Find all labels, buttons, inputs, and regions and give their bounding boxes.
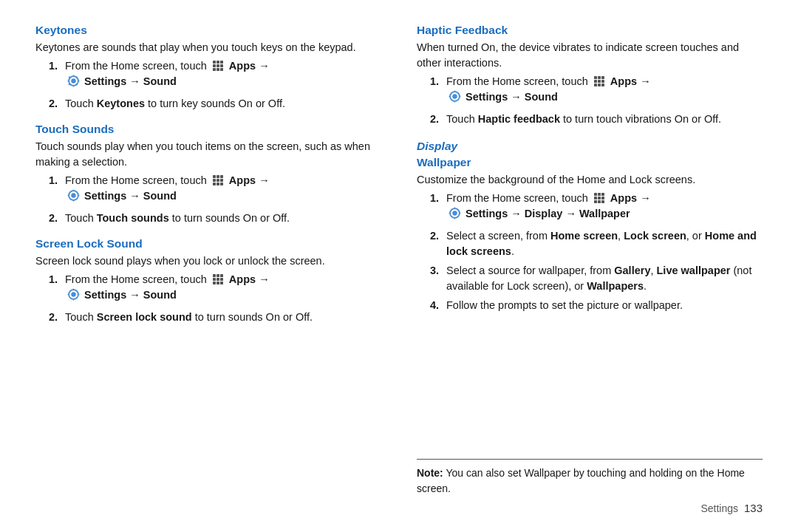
screen-lock-sound-steps: 1. From the Home screen, touch (49, 272, 381, 325)
haptic-feedback-step-1: 1. From the Home screen, touch (430, 74, 763, 108)
wallpaper-step-4: 4. Follow the prompts to set the picture… (430, 298, 763, 313)
wallpaper-steps: 1. From the Home screen, touch (430, 191, 763, 313)
wallpaper-body: Customize the background of the Home and… (417, 172, 763, 188)
screen-lock-sound-step-2: 2. Touch Screen lock sound to turn sound… (49, 310, 381, 325)
svg-rect-36 (220, 274, 223, 277)
display-title: Display (417, 140, 763, 153)
svg-rect-76 (454, 217, 455, 219)
svg-rect-12 (72, 85, 74, 87)
svg-rect-20 (216, 175, 219, 178)
footer-area: Note: You can also set Wallpaper by touc… (417, 440, 763, 496)
svg-rect-19 (213, 175, 216, 178)
right-column: Haptic Feedback When turned On, the devi… (417, 24, 763, 496)
content-columns: Keytones Keytones are sounds that play w… (35, 24, 763, 496)
screen-lock-sound-body: Screen lock sound plays when you lock or… (35, 253, 381, 269)
svg-rect-5 (220, 64, 223, 67)
keytones-title: Keytones (35, 24, 381, 37)
svg-rect-66 (601, 193, 604, 196)
svg-rect-38 (216, 278, 219, 281)
svg-rect-48 (78, 294, 80, 296)
touch-sounds-body: Touch sounds play when you touch items o… (35, 139, 381, 170)
svg-rect-8 (220, 68, 223, 71)
svg-rect-67 (594, 197, 597, 200)
svg-rect-54 (601, 80, 604, 83)
screen-lock-sound-step-1: 1. From the Home screen, touch (49, 272, 381, 306)
section-keytones: Keytones Keytones are sounds that play w… (35, 24, 381, 115)
wallpaper-step-1: 1. From the Home screen, touch (430, 191, 763, 225)
svg-point-58 (452, 95, 457, 99)
left-column: Keytones Keytones are sounds that play w… (35, 24, 381, 496)
svg-rect-75 (454, 208, 455, 210)
touch-sounds-step-1: 1. From the Home screen, touch (49, 173, 381, 207)
svg-rect-50 (598, 76, 601, 79)
svg-rect-63 (459, 96, 461, 98)
svg-rect-70 (594, 200, 597, 203)
svg-rect-22 (213, 179, 216, 182)
svg-rect-30 (72, 190, 74, 192)
apps-icon (211, 273, 225, 286)
svg-rect-77 (449, 213, 451, 214)
svg-rect-25 (213, 183, 216, 185)
svg-rect-2 (220, 61, 223, 64)
svg-rect-60 (454, 90, 455, 92)
touch-sounds-steps: 1. From the Home screen, touch (49, 173, 381, 226)
svg-rect-68 (598, 197, 601, 200)
step-num: 2. (49, 310, 62, 325)
step-content: From the Home screen, touch (65, 58, 381, 92)
svg-rect-21 (220, 175, 223, 178)
svg-rect-13 (67, 81, 69, 82)
wallpaper-step-3: 3. Select a source for wallpaper, from G… (430, 263, 763, 294)
svg-rect-33 (78, 195, 80, 197)
svg-rect-31 (72, 200, 74, 202)
page: Keytones Keytones are sounds that play w… (0, 0, 798, 532)
apps-icon (593, 191, 606, 205)
touch-sounds-title: Touch Sounds (35, 123, 381, 136)
settings-icon (66, 75, 80, 88)
svg-rect-64 (594, 193, 597, 196)
svg-rect-6 (213, 68, 216, 71)
apps-icon (211, 59, 225, 72)
page-number: 133 (744, 502, 763, 514)
svg-rect-55 (594, 83, 597, 86)
svg-rect-4 (216, 64, 219, 67)
step-content: From the Home screen, touch (446, 74, 763, 108)
step-content: Follow the prompts to set the picture or… (446, 298, 763, 313)
haptic-feedback-step-2: 2. Touch Haptic feedback to turn touch v… (430, 112, 763, 127)
step-num: 4. (430, 298, 443, 313)
svg-rect-27 (220, 183, 223, 185)
svg-rect-35 (216, 274, 219, 277)
svg-rect-65 (598, 193, 601, 196)
step-content: Select a source for wallpaper, from Gall… (446, 263, 763, 294)
svg-rect-14 (78, 81, 80, 82)
step-num: 3. (430, 263, 443, 279)
step-content: Touch Touch sounds to turn sounds On or … (65, 211, 381, 226)
section-touch-sounds: Touch Sounds Touch sounds play when you … (35, 123, 381, 230)
step-content: Touch Keytones to turn key sounds On or … (65, 96, 381, 112)
step-content: Touch Screen lock sound to turn sounds O… (65, 310, 381, 325)
svg-point-28 (71, 194, 75, 198)
svg-rect-71 (598, 200, 601, 203)
haptic-feedback-title: Haptic Feedback (417, 24, 763, 37)
apps-icon (211, 174, 225, 187)
svg-rect-39 (220, 278, 223, 281)
svg-rect-61 (454, 100, 455, 103)
svg-rect-47 (67, 294, 69, 296)
svg-rect-78 (459, 213, 461, 214)
step-num: 2. (430, 112, 443, 127)
step-content: From the Home screen, touch (446, 191, 763, 225)
svg-rect-23 (216, 179, 219, 182)
svg-rect-46 (72, 299, 74, 301)
svg-rect-62 (449, 96, 451, 98)
haptic-feedback-body: When turned On, the device vibrates to i… (417, 40, 763, 71)
keytones-step-2: 2. Touch Keytones to turn key sounds On … (49, 96, 381, 112)
step-num: 1. (430, 74, 443, 89)
svg-rect-11 (72, 75, 74, 77)
svg-rect-24 (220, 179, 223, 182)
section-screen-lock-sound: Screen Lock Sound Screen lock sound play… (35, 237, 381, 329)
svg-rect-37 (213, 278, 216, 281)
step-num: 1. (430, 191, 443, 206)
wallpaper-step-2: 2. Select a screen, from Home screen, Lo… (430, 228, 763, 259)
svg-rect-53 (598, 80, 601, 83)
svg-rect-41 (216, 282, 219, 284)
svg-rect-40 (213, 282, 216, 284)
